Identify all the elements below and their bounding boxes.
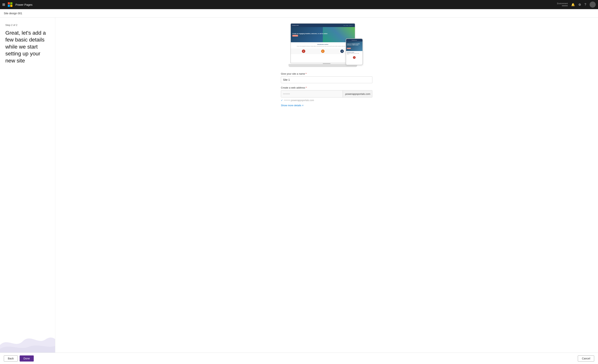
main-content: Step 2 of 2 Great, let's add a few basic… [0, 17, 598, 353]
content-area: Company name Home Pages Contact us ··· C… [55, 17, 598, 353]
web-address-label: Create a web address * [281, 86, 372, 89]
wave-decoration [0, 311, 55, 353]
check-icon: ✓ [281, 99, 283, 102]
laptop-screen: Company name Home Pages Contact us ··· C… [291, 23, 355, 63]
page-title-bar: Site design 001 [0, 9, 598, 17]
badge-3: 3 [340, 49, 344, 53]
page-title: Site design 001 [4, 12, 22, 15]
step-indicator: Step 2 of 2 [5, 24, 50, 26]
required-indicator: * [306, 72, 307, 75]
apps-icon[interactable]: ⊞ [2, 2, 5, 7]
validated-prefix: •••••••• [284, 99, 291, 102]
phone-header: Company name [346, 39, 362, 41]
form-section: Give your site a name * Create a web add… [281, 72, 372, 107]
mock-section: Introduction section Create a short para… [291, 42, 355, 48]
sidebar-heading: Great, let's add a few basic details whi… [5, 30, 50, 64]
preview-container: Company name Home Pages Contact us ··· C… [67, 23, 587, 67]
badge-2: 2 [321, 49, 324, 53]
url-input[interactable] [281, 90, 343, 97]
mock-nav-item: Pages [346, 25, 348, 26]
environment-info: Environment •••••••• [557, 2, 568, 7]
done-button[interactable]: Done [20, 356, 33, 362]
microsoft-logo [8, 2, 12, 7]
navbar: ⊞ Power Pages Environment •••••••• 🔔 ⚙ ? [0, 0, 598, 9]
url-suffix: .powerappsportals.com [343, 90, 372, 97]
sidebar: Step 2 of 2 Great, let's add a few basic… [0, 17, 55, 353]
required-indicator-2: * [306, 86, 307, 89]
site-name-label: Give your site a name * [281, 72, 372, 75]
badge-1: 1 [302, 49, 305, 53]
navbar-icons: 🔔 ⚙ ? [571, 1, 596, 8]
show-more-link[interactable]: Show more details ∨ [281, 104, 372, 107]
mock-nav-item: Home [344, 25, 346, 26]
mock-nav: Home Pages Contact us ··· [344, 25, 354, 26]
mock-numbers: 1 2 3 [291, 48, 355, 54]
url-input-wrapper: .powerappsportals.com [281, 90, 372, 97]
mock-site-header: Company name Home Pages Contact us ··· [291, 24, 355, 27]
mock-nav-item: Contact us [349, 25, 353, 26]
back-button[interactable]: Back [4, 356, 18, 362]
url-validation: ✓ ••••••••.powerappsportals.com [281, 99, 372, 102]
environment-name: •••••••• [562, 5, 568, 7]
validated-domain: .powerappsportals.com [291, 99, 314, 102]
mock-hero: Create an engaging headline, welcome, or… [291, 27, 355, 42]
phone-hero-content: Create an engaging headline, welcome, or… [347, 43, 362, 49]
phone-cta: Learn more [347, 48, 351, 49]
user-avatar[interactable] [590, 1, 596, 8]
validated-url[interactable]: ••••••••.powerappsportals.com [284, 99, 314, 102]
settings-icon[interactable]: ⚙ [578, 3, 581, 7]
phone-section: Introduction section Create a short para… [346, 51, 362, 55]
help-icon[interactable]: ? [584, 3, 586, 6]
mock-logo: Company name [292, 25, 299, 26]
mock-hero-text: Create an engaging headline, welcome, or… [292, 33, 327, 37]
site-name-input[interactable] [281, 76, 372, 83]
app-name: Power Pages [16, 3, 32, 6]
notification-icon[interactable]: 🔔 [571, 3, 575, 7]
phone-badge: 1 [353, 56, 356, 59]
cancel-button[interactable]: Cancel [578, 356, 594, 362]
phone-hero: Create an engaging headline, welcome, or… [346, 41, 362, 51]
environment-label: Environment [557, 2, 568, 5]
mock-hero-cta: Learn more [292, 35, 298, 37]
phone-mockup: Company name Create an engaging headline… [346, 39, 363, 65]
mock-nav-item: ··· [353, 25, 354, 26]
laptop-mockup: Company name Home Pages Contact us ··· C… [291, 23, 363, 67]
chevron-down-icon: ∨ [302, 104, 304, 107]
bottom-bar: Back Done Cancel [0, 353, 598, 364]
